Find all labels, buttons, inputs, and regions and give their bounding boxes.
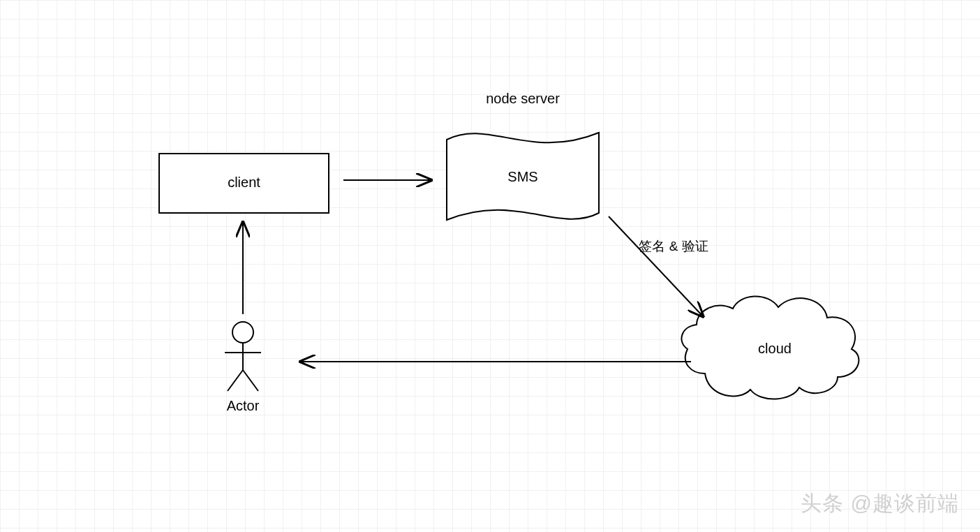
svg-line-4 bbox=[243, 370, 258, 391]
svg-line-3 bbox=[228, 370, 243, 391]
sms-label: SMS bbox=[447, 169, 599, 185]
cloud-label: cloud bbox=[705, 341, 845, 357]
diagram-canvas bbox=[0, 0, 980, 532]
arrow-sms-to-cloud bbox=[609, 216, 702, 316]
watermark: 头条 @趣谈前端 bbox=[801, 489, 959, 518]
actor-icon bbox=[225, 322, 261, 391]
actor-label: Actor bbox=[209, 398, 276, 414]
sign-verify-label: 签名 & 验证 bbox=[621, 237, 726, 256]
client-label: client bbox=[159, 175, 329, 191]
node-server-label: node server bbox=[447, 91, 599, 107]
svg-point-0 bbox=[232, 322, 253, 343]
